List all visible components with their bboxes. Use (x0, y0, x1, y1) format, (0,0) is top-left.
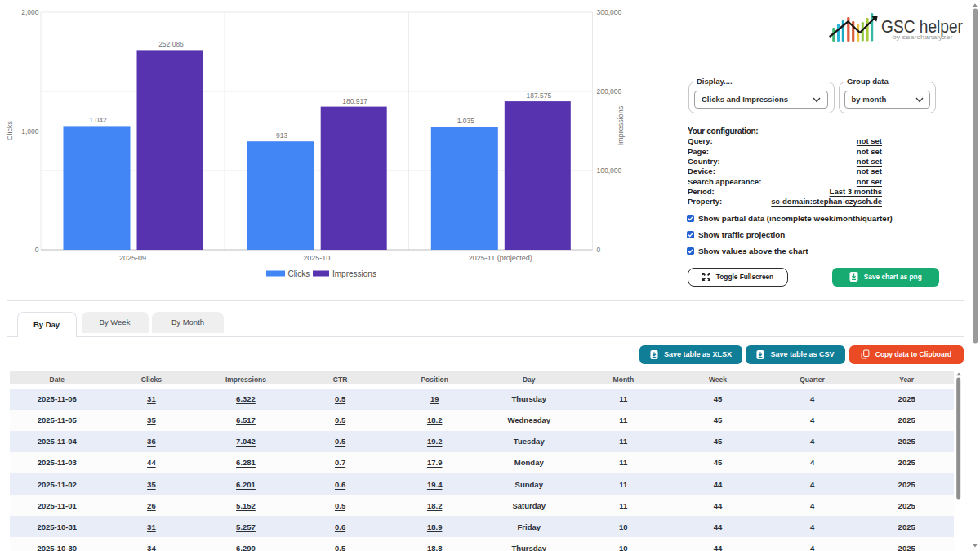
svg-text:913: 913 (276, 131, 287, 140)
svg-text:2025-09: 2025-09 (119, 254, 146, 262)
svg-text:Clicks: Clicks (6, 121, 14, 140)
svg-text:by searchanalyzer: by searchanalyzer (893, 33, 954, 41)
svg-text:Impressions: Impressions (617, 105, 625, 145)
svg-text:0: 0 (597, 246, 601, 254)
svg-text:180.917: 180.917 (342, 97, 368, 105)
svg-text:2025-10: 2025-10 (303, 254, 330, 262)
svg-text:252.086: 252.086 (158, 40, 184, 48)
svg-text:100,000: 100,000 (597, 167, 622, 175)
svg-text:187.575: 187.575 (526, 91, 551, 100)
svg-text:2,000: 2,000 (21, 8, 39, 16)
svg-text:1.035: 1.035 (457, 117, 475, 125)
svg-text:200,000: 200,000 (597, 87, 622, 96)
svg-text:300,000: 300,000 (597, 8, 622, 16)
svg-text:Impressions: Impressions (332, 269, 376, 278)
svg-text:1,000: 1,000 (21, 127, 39, 136)
svg-text:2025-11 (projected): 2025-11 (projected) (469, 254, 532, 262)
svg-text:1.042: 1.042 (89, 116, 107, 124)
svg-text:Clicks: Clicks (288, 269, 310, 278)
svg-text:0: 0 (35, 246, 39, 254)
